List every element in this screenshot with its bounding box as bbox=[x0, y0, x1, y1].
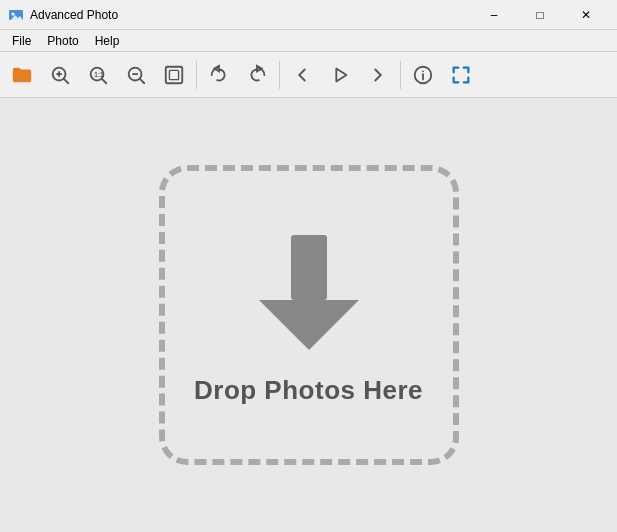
toolbar: 1:1 bbox=[0, 52, 617, 98]
zoom-out-button[interactable] bbox=[118, 57, 154, 93]
play-icon bbox=[329, 64, 351, 86]
svg-point-18 bbox=[422, 70, 424, 72]
zoom-in-icon bbox=[49, 64, 71, 86]
menu-bar: File Photo Help bbox=[0, 30, 617, 52]
menu-file[interactable]: File bbox=[4, 32, 39, 50]
menu-photo[interactable]: Photo bbox=[39, 32, 86, 50]
maximize-button[interactable]: □ bbox=[517, 0, 563, 30]
actual-size-button[interactable]: 1:1 bbox=[80, 57, 116, 93]
separator-1 bbox=[196, 61, 197, 89]
prev-button[interactable] bbox=[284, 57, 320, 93]
drop-zone[interactable]: Drop Photos Here bbox=[159, 165, 459, 465]
title-bar-controls: – □ ✕ bbox=[471, 0, 609, 30]
play-button[interactable] bbox=[322, 57, 358, 93]
folder-icon bbox=[11, 64, 33, 86]
rotate-left-icon bbox=[208, 64, 230, 86]
svg-line-12 bbox=[140, 79, 144, 83]
title-bar-text: Advanced Photo bbox=[30, 8, 471, 22]
svg-marker-15 bbox=[336, 68, 346, 81]
svg-rect-13 bbox=[166, 66, 183, 83]
fit-window-button[interactable] bbox=[156, 57, 192, 93]
close-button[interactable]: ✕ bbox=[563, 0, 609, 30]
separator-2 bbox=[279, 61, 280, 89]
drop-zone-border bbox=[159, 165, 459, 465]
rotate-right-icon bbox=[246, 64, 268, 86]
info-button[interactable] bbox=[405, 57, 441, 93]
title-bar: Advanced Photo – □ ✕ bbox=[0, 0, 617, 30]
fit-window-icon bbox=[163, 64, 185, 86]
minimize-button[interactable]: – bbox=[471, 0, 517, 30]
svg-line-6 bbox=[64, 79, 68, 83]
fullscreen-icon bbox=[450, 64, 472, 86]
svg-rect-14 bbox=[169, 70, 178, 79]
main-content-area[interactable]: Drop Photos Here bbox=[0, 98, 617, 532]
open-folder-button[interactable] bbox=[4, 57, 40, 93]
prev-icon bbox=[291, 64, 313, 86]
rotate-left-button[interactable] bbox=[201, 57, 237, 93]
menu-help[interactable]: Help bbox=[87, 32, 128, 50]
rotate-right-button[interactable] bbox=[239, 57, 275, 93]
info-icon bbox=[412, 64, 434, 86]
app-icon bbox=[8, 7, 24, 23]
fullscreen-button[interactable] bbox=[443, 57, 479, 93]
zoom-in-button[interactable] bbox=[42, 57, 78, 93]
zoom-out-icon bbox=[125, 64, 147, 86]
next-button[interactable] bbox=[360, 57, 396, 93]
svg-point-1 bbox=[12, 12, 15, 15]
separator-3 bbox=[400, 61, 401, 89]
actual-size-icon: 1:1 bbox=[87, 64, 109, 86]
next-icon bbox=[367, 64, 389, 86]
svg-line-9 bbox=[102, 79, 106, 83]
svg-text:1:1: 1:1 bbox=[94, 70, 104, 77]
